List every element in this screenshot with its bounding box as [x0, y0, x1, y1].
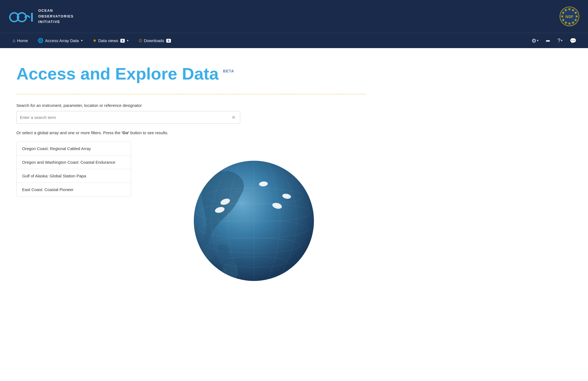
array-list-item[interactable]: East Coast: Coastal Pioneer	[17, 183, 131, 196]
svg-marker-13	[561, 11, 565, 15]
downloads-badge: 0	[166, 39, 171, 43]
svg-marker-4	[571, 8, 575, 12]
search-clear-icon[interactable]: ✕	[230, 113, 237, 122]
svg-marker-11	[561, 18, 565, 22]
nav-downloads-label: Downloads	[144, 38, 164, 43]
main-content: Access and Explore Data BETA Search for …	[0, 48, 382, 295]
data-views-arrow-icon: ▾	[127, 39, 129, 42]
svg-marker-10	[564, 21, 568, 25]
svg-marker-7	[574, 18, 578, 22]
star-icon: ★	[93, 38, 97, 43]
page-title-wrap: Access and Explore Data BETA	[16, 65, 366, 83]
data-views-badge: 6	[120, 39, 125, 43]
site-header: OCEAN OBSERVATORIES INITIATIVE NSF	[0, 0, 588, 33]
settings-arrow-icon: ▾	[537, 39, 539, 42]
svg-text:NSF: NSF	[565, 14, 574, 19]
nav-data-views[interactable]: ★ Data views 6 ▾	[89, 36, 132, 45]
globe-wrap	[142, 142, 366, 284]
svg-marker-14	[564, 8, 568, 12]
nsf-badge: NSF	[560, 7, 579, 26]
nav-downloads[interactable]: ⊙ Downloads 0	[135, 36, 174, 45]
nav-access-array[interactable]: 🌐 Access Array Data ▾	[34, 36, 86, 45]
or-text: Or select a global array and one or more…	[16, 130, 366, 135]
globe-icon: 🌐	[38, 38, 43, 43]
help-icon: ?	[557, 37, 560, 44]
access-arrow-icon: ▾	[81, 39, 83, 42]
logo-text: OCEAN OBSERVATORIES INITIATIVE	[38, 8, 74, 25]
array-list-item[interactable]: Gulf of Alaska: Global Station Papa	[17, 169, 131, 183]
main-nav: ⌂ Home 🌐 Access Array Data ▾ ★ Data view…	[0, 33, 588, 48]
nav-data-views-label: Data views	[98, 38, 118, 43]
svg-rect-2	[31, 13, 33, 22]
nav-right: ⚙ ▾ ➦ ? ▾ 💬	[529, 36, 579, 46]
home-icon: ⌂	[13, 38, 15, 43]
svg-marker-6	[575, 15, 578, 18]
page-title: Access and Explore Data	[16, 65, 219, 83]
svg-marker-9	[568, 22, 571, 25]
nav-left: ⌂ Home 🌐 Access Array Data ▾ ★ Data view…	[9, 36, 175, 45]
svg-marker-8	[571, 21, 575, 25]
download-icon: ⊙	[138, 38, 142, 43]
svg-marker-5	[574, 11, 578, 15]
share-icon: ➦	[546, 37, 550, 44]
chat-icon: 💬	[570, 37, 577, 44]
array-list-item[interactable]: Oregon Coast: Regional Cabled Array	[17, 142, 131, 156]
gear-icon: ⚙	[531, 37, 536, 44]
search-label: Search for an instrument, parameter, loc…	[16, 103, 366, 108]
search-wrap: ✕	[16, 111, 240, 124]
ooi-logo	[9, 7, 33, 26]
nav-home[interactable]: ⌂ Home	[9, 36, 32, 45]
svg-marker-12	[561, 15, 563, 18]
title-divider	[16, 94, 366, 94]
logo-area: OCEAN OBSERVATORIES INITIATIVE	[9, 7, 74, 26]
nav-help[interactable]: ? ▾	[555, 36, 565, 45]
globe-visualization	[183, 142, 325, 284]
array-list: Oregon Coast: Regional Cabled ArrayOrego…	[16, 142, 131, 197]
help-arrow-icon: ▾	[561, 39, 563, 42]
beta-badge: BETA	[223, 68, 234, 73]
search-input[interactable]	[20, 111, 230, 124]
array-list-item[interactable]: Oregon and Washington Coast: Coastal End…	[17, 156, 131, 169]
nav-chat[interactable]: 💬	[567, 36, 579, 46]
content-row: Oregon Coast: Regional Cabled ArrayOrego…	[16, 142, 366, 284]
nav-home-label: Home	[17, 38, 28, 43]
nav-access-array-label: Access Array Data	[45, 38, 79, 43]
svg-marker-3	[568, 8, 571, 10]
nav-settings[interactable]: ⚙ ▾	[529, 36, 541, 46]
nav-share[interactable]: ➦	[543, 36, 553, 46]
